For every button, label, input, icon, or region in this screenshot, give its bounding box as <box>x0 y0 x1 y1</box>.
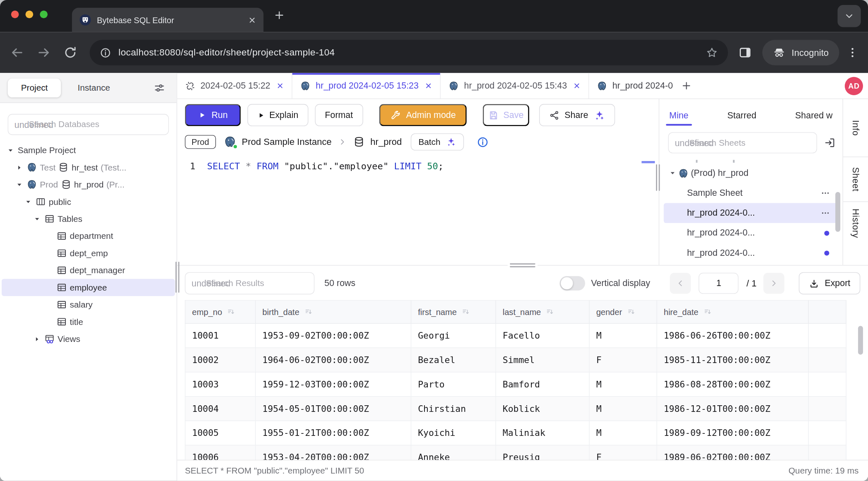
browser-menu-kebab-icon[interactable] <box>846 46 859 59</box>
sheet-item[interactable]: hr_prod 2024-0... <box>664 203 838 223</box>
prev-page-button[interactable] <box>670 273 691 294</box>
results-search-box[interactable]: undefined <box>185 272 314 294</box>
caret-right-icon[interactable] <box>16 164 23 171</box>
page-info-icon[interactable] <box>100 47 111 58</box>
add-worksheet-button[interactable] <box>673 73 699 98</box>
url-text[interactable]: localhost:8080/sql-editor/sheet/project-… <box>118 47 699 58</box>
sheet-scrollbar[interactable] <box>835 192 840 232</box>
table-row[interactable]: 100041954-05-01T00:00:00ZChirstianKoblic… <box>185 397 846 421</box>
reload-icon[interactable] <box>63 46 77 60</box>
caret-down-icon[interactable] <box>25 198 31 205</box>
avatar[interactable]: AD <box>845 77 863 95</box>
table-row[interactable]: 100051955-01-21T00:00:00ZKyoichiMaliniak… <box>185 421 846 445</box>
caret-down-icon[interactable] <box>7 147 14 154</box>
rail-tab-sheet[interactable]: Sheet <box>851 167 861 191</box>
workspace-tab[interactable]: 2024-02-05 15:22 <box>177 73 292 98</box>
run-button[interactable]: Run <box>185 104 241 126</box>
sidebar-resize-handle[interactable] <box>176 262 179 293</box>
database-name[interactable]: hr_prod <box>370 137 402 147</box>
share-button[interactable]: Share <box>539 104 615 126</box>
caret-down-icon[interactable] <box>669 170 676 176</box>
column-header[interactable]: first_name <box>411 300 496 323</box>
close-icon[interactable] <box>276 82 284 90</box>
vertical-display-toggle[interactable] <box>559 276 585 291</box>
tree-item[interactable]: dept_emp <box>2 245 175 262</box>
export-button[interactable]: Export <box>799 272 861 294</box>
format-button[interactable]: Format <box>315 104 363 126</box>
caret-right-icon[interactable] <box>34 336 41 342</box>
more-menu-icon[interactable] <box>820 188 830 198</box>
tree-item[interactable]: public <box>2 193 175 210</box>
back-icon[interactable] <box>10 46 24 60</box>
table-row[interactable]: 100011953-09-02T00:00:00ZGeorgiFacelloM1… <box>185 323 846 348</box>
new-tab-icon[interactable] <box>273 9 285 21</box>
column-header[interactable]: gender <box>589 300 657 323</box>
forward-icon[interactable] <box>36 46 51 60</box>
database-search-box[interactable]: undefined <box>8 114 169 135</box>
search-databases-input[interactable] <box>29 120 162 130</box>
column-header[interactable]: last_name <box>496 300 589 323</box>
sql-editor[interactable]: 1 SELECT * FROM "public"."employee" LIMI… <box>177 156 659 265</box>
workspace-tab[interactable]: hr_prod 2024-0 <box>589 73 673 98</box>
rail-tab-history[interactable]: History <box>851 209 861 238</box>
tree-item[interactable]: Prodhr_prod(Pr... <box>2 176 175 193</box>
tree-item[interactable]: dept_manager <box>2 262 175 279</box>
table-row[interactable]: 100021964-06-02T00:00:00ZBezalelSimmelF1… <box>185 348 846 372</box>
close-icon[interactable] <box>425 82 433 90</box>
workspace-tab[interactable]: hr_prod 2024-02-05 15:43 <box>441 73 589 98</box>
sheet-item[interactable]: Sample Sheet <box>664 183 838 203</box>
next-page-button[interactable] <box>763 273 784 294</box>
window-maximize-button[interactable] <box>40 10 48 18</box>
column-header[interactable]: hire_date <box>657 300 808 323</box>
import-sheet-icon[interactable] <box>824 137 836 149</box>
caret-down-icon[interactable] <box>16 181 23 188</box>
more-menu-icon[interactable] <box>820 208 830 218</box>
table-row[interactable]: 100031959-12-03T00:00:00ZPartoBamfordM19… <box>185 372 846 397</box>
caret-down-icon[interactable] <box>34 216 41 222</box>
sheet-group[interactable]: (Prod) hr_prod <box>664 163 838 183</box>
tree-item[interactable]: Sample Project <box>2 142 175 159</box>
tab-instance[interactable]: Instance <box>77 83 110 93</box>
tree-item[interactable]: Testhr_test(Test... <box>2 159 175 176</box>
results-scrollbar[interactable] <box>858 326 863 355</box>
column-header[interactable]: birth_date <box>256 300 411 323</box>
tab-close-icon[interactable] <box>248 16 256 24</box>
save-button[interactable]: Save <box>483 104 529 126</box>
admin-mode-button[interactable]: Admin mode <box>379 104 467 126</box>
close-icon[interactable] <box>573 82 581 90</box>
tree-item[interactable]: Tables <box>2 210 175 227</box>
tree-item[interactable]: salary <box>2 296 175 313</box>
results-resize-handle[interactable] <box>508 262 538 269</box>
tree-item[interactable]: title <box>2 313 175 330</box>
window-close-button[interactable] <box>11 10 19 18</box>
side-panel-icon[interactable] <box>738 46 752 60</box>
window-minimize-button[interactable] <box>25 10 33 18</box>
tab-shared[interactable]: Shared w <box>795 111 832 120</box>
search-sheets-input[interactable] <box>689 138 810 148</box>
sheet-search-box[interactable]: undefined <box>668 132 817 153</box>
rail-tab-info[interactable]: Info <box>851 120 861 136</box>
tab-search-button[interactable] <box>837 5 861 27</box>
column-header[interactable]: emp_no <box>185 300 256 323</box>
sheet-item[interactable]: hr_prod 2024-0... <box>664 243 838 263</box>
explain-button[interactable]: Explain <box>248 104 308 126</box>
sheet-item[interactable]: hr_prod 2024-0... <box>664 223 838 243</box>
tab-starred[interactable]: Starred <box>727 111 756 120</box>
tree-item[interactable]: employee <box>2 279 175 296</box>
tab-project[interactable]: Project <box>8 78 61 97</box>
search-results-input[interactable] <box>206 278 308 288</box>
browser-tab[interactable]: Bytebase SQL Editor <box>72 8 264 32</box>
bookmark-star-icon[interactable] <box>706 46 718 58</box>
instance-name[interactable]: Prod Sample Instance <box>242 137 332 147</box>
tree-item[interactable]: Views <box>2 330 175 347</box>
tree-item[interactable]: department <box>2 227 175 244</box>
page-number-input[interactable] <box>699 273 738 294</box>
url-bar[interactable]: localhost:8080/sql-editor/sheet/project-… <box>90 40 728 65</box>
tab-mine[interactable]: Mine <box>669 111 688 120</box>
editor-minimap[interactable] <box>641 159 655 260</box>
batch-button[interactable]: Batch <box>411 133 464 150</box>
filter-sliders-icon[interactable] <box>153 82 165 94</box>
table-row[interactable]: 100061953-04-20T00:00:00ZAnnekePreusigF1… <box>185 445 846 459</box>
info-circle-icon[interactable] <box>476 136 488 148</box>
workspace-tab[interactable]: hr_prod 2024-02-05 15:23 <box>292 73 441 98</box>
